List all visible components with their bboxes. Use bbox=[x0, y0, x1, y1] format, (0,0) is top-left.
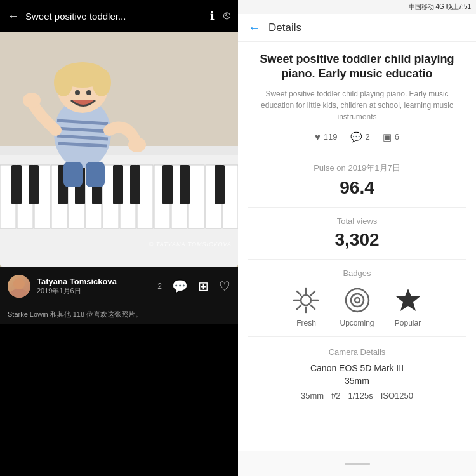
svg-point-45 bbox=[10, 289, 29, 298]
camera-specs: 35mm f/2 1/125s ISO1250 bbox=[248, 391, 466, 400]
upcoming-badge-icon bbox=[343, 286, 372, 315]
left-header: ← Sweet positive toddler... ℹ ⎋ bbox=[0, 0, 238, 32]
pulse-value: 96.4 bbox=[248, 178, 466, 208]
status-bar: 中国移动 4G 晚上7:51 bbox=[238, 0, 476, 14]
comments-count: 2 bbox=[366, 132, 370, 142]
likes-bar: Starke Löwin 和其他 118 位喜欢这张照片。 bbox=[0, 305, 238, 324]
fresh-label: Fresh bbox=[296, 319, 316, 327]
svg-rect-25 bbox=[130, 165, 140, 204]
svg-rect-27 bbox=[180, 165, 190, 204]
svg-rect-4 bbox=[0, 146, 238, 155]
views-label: Total views bbox=[248, 216, 466, 226]
user-info: Tatyana Tomsickova 2019年1月6日 bbox=[37, 277, 151, 296]
header-actions: ℹ ⎋ bbox=[210, 9, 230, 23]
svg-rect-18 bbox=[223, 165, 238, 228]
left-spacer bbox=[0, 324, 238, 476]
details-content: Sweet positive toddler child playing pia… bbox=[238, 42, 476, 451]
svg-line-52 bbox=[311, 305, 315, 309]
status-text: 中国移动 4G 晚上7:51 bbox=[409, 3, 471, 11]
photo-image bbox=[0, 32, 238, 267]
stats-row: ♥ 119 💬 2 ▣ 6 bbox=[248, 131, 466, 152]
pulse-label: Pulse on 2019年1月7日 bbox=[248, 162, 466, 174]
upcoming-label: Upcoming bbox=[340, 319, 374, 327]
like-icon[interactable]: ♡ bbox=[219, 279, 230, 294]
likes-count: 119 bbox=[324, 132, 338, 142]
photo-title-header: Sweet positive toddler... bbox=[25, 11, 204, 22]
badges-title: Badges bbox=[248, 268, 466, 278]
popular-badge-icon bbox=[393, 286, 423, 315]
spec-aperture: f/2 bbox=[331, 391, 340, 400]
share-icon[interactable]: ⎋ bbox=[223, 9, 230, 23]
camera-model: Canon EOS 5D Mark III bbox=[248, 363, 466, 373]
comment-count: 2 bbox=[157, 282, 162, 291]
comment-icon[interactable]: 💬 bbox=[172, 279, 188, 294]
bottom-nav-hint bbox=[238, 451, 476, 476]
svg-rect-19 bbox=[11, 165, 22, 204]
right-panel: 中国移动 4G 晚上7:51 ← Details Sweet positive … bbox=[238, 0, 476, 476]
likes-text: Starke Löwin 和其他 118 位喜欢这张照片。 bbox=[8, 310, 142, 318]
svg-point-38 bbox=[75, 90, 80, 95]
svg-point-46 bbox=[301, 295, 311, 305]
svg-rect-28 bbox=[215, 165, 225, 204]
badges-section: Badges bbox=[248, 268, 466, 337]
views-value: 3,302 bbox=[248, 230, 466, 260]
svg-point-56 bbox=[351, 294, 364, 307]
svg-rect-42 bbox=[63, 162, 83, 187]
user-date: 2019年1月6日 bbox=[37, 286, 151, 296]
left-bottom-bar: Tatyana Tomsickova 2019年1月6日 2 💬 ⊞ ♡ bbox=[0, 267, 238, 305]
comment-stat-icon: 💬 bbox=[350, 131, 362, 143]
comments-stat: 💬 2 bbox=[350, 131, 370, 143]
action-icons: 2 💬 ⊞ ♡ bbox=[157, 279, 230, 294]
info-icon[interactable]: ℹ bbox=[210, 9, 215, 23]
spec-mm: 35mm bbox=[301, 391, 324, 400]
heart-icon: ♥ bbox=[315, 131, 321, 142]
svg-rect-43 bbox=[86, 162, 105, 187]
badge-upcoming: Upcoming bbox=[340, 286, 374, 327]
back-icon[interactable]: ← bbox=[8, 10, 19, 23]
svg-point-57 bbox=[346, 289, 369, 312]
user-avatar bbox=[8, 275, 30, 298]
right-header: ← Details bbox=[238, 14, 476, 42]
badge-fresh: Fresh bbox=[291, 286, 321, 327]
right-back-button[interactable]: ← bbox=[248, 20, 261, 35]
spec-iso: ISO1250 bbox=[381, 391, 413, 400]
camera-title: Camera Details bbox=[248, 347, 466, 357]
collections-stat: ▣ 6 bbox=[383, 131, 399, 143]
photo-full-title: Sweet positive toddler child playing pia… bbox=[248, 52, 466, 82]
details-title: Details bbox=[268, 22, 301, 34]
fresh-badge-icon bbox=[291, 286, 321, 315]
left-panel: ← Sweet positive toddler... ℹ ⎋ bbox=[0, 0, 238, 476]
badges-row: Fresh Upcoming bbox=[248, 286, 466, 327]
svg-point-37 bbox=[92, 69, 111, 96]
svg-rect-16 bbox=[188, 165, 204, 228]
badge-popular: Popular bbox=[393, 286, 423, 327]
camera-focal-length: 35mm bbox=[248, 376, 466, 386]
photo-description: Sweet positive toddler child playing pia… bbox=[248, 88, 466, 122]
svg-line-53 bbox=[311, 291, 315, 295]
svg-line-54 bbox=[297, 305, 301, 309]
camera-section: Camera Details Canon EOS 5D Mark III 35m… bbox=[248, 347, 466, 400]
svg-point-55 bbox=[355, 298, 360, 303]
bookmark-icon[interactable]: ⊞ bbox=[198, 279, 209, 294]
svg-point-44 bbox=[13, 278, 25, 289]
svg-point-36 bbox=[54, 69, 73, 96]
svg-rect-26 bbox=[162, 165, 173, 204]
svg-marker-58 bbox=[396, 289, 420, 311]
svg-point-41 bbox=[128, 137, 146, 152]
svg-point-40 bbox=[23, 93, 41, 108]
likes-stat: ♥ 119 bbox=[315, 131, 338, 143]
svg-rect-24 bbox=[113, 165, 123, 204]
user-name: Tatyana Tomsickova bbox=[37, 277, 151, 286]
collections-icon: ▣ bbox=[383, 131, 392, 143]
photo-container: © Tatyana Tomsickova bbox=[0, 32, 238, 267]
spec-shutter: 1/125s bbox=[348, 391, 373, 400]
photo-watermark: © Tatyana Tomsickova bbox=[149, 241, 232, 248]
scroll-indicator bbox=[345, 463, 370, 465]
popular-label: Popular bbox=[395, 319, 421, 327]
svg-line-51 bbox=[297, 291, 301, 295]
collections-count: 6 bbox=[395, 132, 399, 142]
svg-rect-20 bbox=[29, 165, 39, 204]
svg-point-39 bbox=[86, 90, 91, 95]
